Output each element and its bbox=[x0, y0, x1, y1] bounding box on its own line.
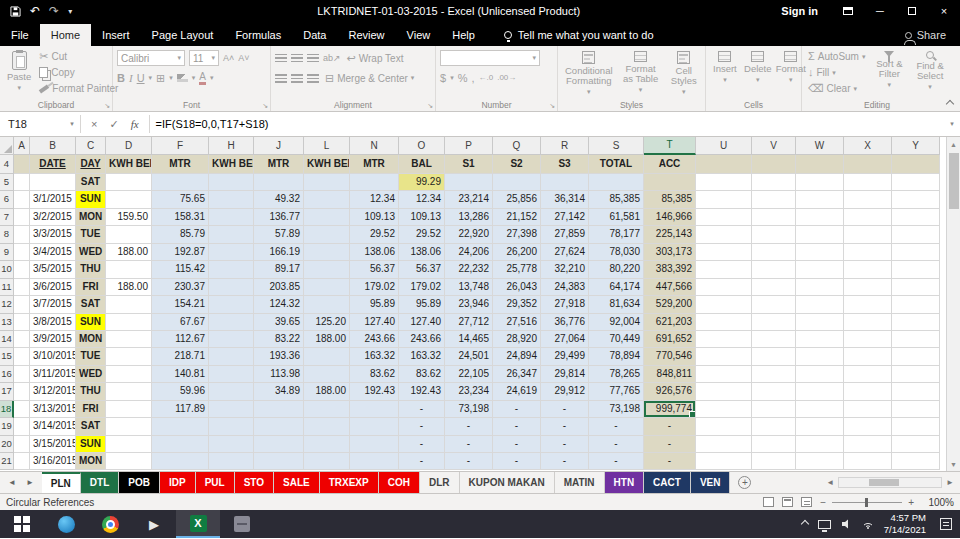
horizontal-scroll-thumb[interactable] bbox=[869, 479, 899, 486]
cell-Q14[interactable]: 28,920 bbox=[493, 331, 541, 348]
cell-S13[interactable]: 92,004 bbox=[589, 314, 644, 331]
cell-A19[interactable] bbox=[14, 418, 30, 435]
merge-center-button[interactable]: ⊟Merge & Center▾ bbox=[323, 71, 416, 86]
cell-D11[interactable]: 188.00 bbox=[106, 279, 152, 296]
cell-N5[interactable] bbox=[350, 174, 399, 191]
row-header-6[interactable]: 6 bbox=[0, 191, 14, 208]
format-painter-button[interactable]: Format Painter bbox=[37, 81, 120, 96]
display-tray-icon[interactable] bbox=[818, 520, 831, 529]
cell-U11[interactable] bbox=[696, 279, 752, 296]
sheet-tab-coh[interactable]: COH bbox=[379, 472, 420, 493]
cell-P15[interactable]: 24,501 bbox=[445, 348, 493, 365]
cell-B20[interactable]: 3/15/2015 bbox=[30, 436, 76, 453]
cell-D9[interactable]: 188.00 bbox=[106, 244, 152, 261]
cell-C12[interactable]: SAT bbox=[76, 296, 106, 313]
cell-F15[interactable]: 218.71 bbox=[152, 348, 209, 365]
cell-B10[interactable]: 3/5/2015 bbox=[30, 261, 76, 278]
cell-L13[interactable]: 125.20 bbox=[304, 314, 350, 331]
col-header-A[interactable]: A bbox=[14, 137, 30, 155]
cell-J17[interactable]: 34.89 bbox=[254, 383, 304, 400]
cell-R17[interactable]: 29,912 bbox=[541, 383, 589, 400]
cell-T4[interactable]: ACC bbox=[644, 155, 696, 174]
cell-T12[interactable]: 529,200 bbox=[644, 296, 696, 313]
close-button[interactable]: × bbox=[928, 0, 960, 22]
cell-P7[interactable]: 13,286 bbox=[445, 209, 493, 226]
cell-B14[interactable]: 3/9/2015 bbox=[30, 331, 76, 348]
cell-X12[interactable] bbox=[844, 296, 892, 313]
cell-R6[interactable]: 36,314 bbox=[541, 191, 589, 208]
cell-H9[interactable] bbox=[209, 244, 254, 261]
cell-S7[interactable]: 61,581 bbox=[589, 209, 644, 226]
cell-W10[interactable] bbox=[796, 261, 844, 278]
row-header-15[interactable]: 15 bbox=[0, 348, 14, 365]
cell-U6[interactable] bbox=[696, 191, 752, 208]
maximize-button[interactable] bbox=[896, 0, 928, 22]
cell-D4[interactable]: KWH BELI bbox=[106, 155, 152, 174]
cell-L18[interactable] bbox=[304, 401, 350, 418]
cell-B13[interactable]: 3/8/2015 bbox=[30, 314, 76, 331]
ribbon-tab-home[interactable]: Home bbox=[40, 24, 91, 46]
cell-Q11[interactable]: 26,043 bbox=[493, 279, 541, 296]
cell-P17[interactable]: 23,234 bbox=[445, 383, 493, 400]
col-header-Y[interactable]: Y bbox=[892, 137, 940, 155]
cell-B16[interactable]: 3/11/2015 bbox=[30, 366, 76, 383]
italic-button[interactable]: I bbox=[129, 73, 133, 84]
cell-A14[interactable] bbox=[14, 331, 30, 348]
ribbon-tab-data[interactable]: Data bbox=[292, 24, 337, 46]
zoom-in-icon[interactable]: + bbox=[908, 497, 914, 508]
underline-button[interactable]: U bbox=[137, 73, 145, 84]
cell-V12[interactable] bbox=[752, 296, 796, 313]
cell-R7[interactable]: 27,142 bbox=[541, 209, 589, 226]
row-header-7[interactable]: 7 bbox=[0, 209, 14, 226]
cell-N21[interactable] bbox=[350, 453, 399, 470]
ribbon-tab-formulas[interactable]: Formulas bbox=[224, 24, 292, 46]
cell-C20[interactable]: SUN bbox=[76, 436, 106, 453]
cell-W11[interactable] bbox=[796, 279, 844, 296]
cell-S21[interactable]: - bbox=[589, 453, 644, 470]
undo-icon[interactable]: ↶ bbox=[30, 5, 40, 17]
cell-P18[interactable]: 73,198 bbox=[445, 401, 493, 418]
cell-X6[interactable] bbox=[844, 191, 892, 208]
cell-P21[interactable]: - bbox=[445, 453, 493, 470]
fill-color-dropdown-icon[interactable]: ▾ bbox=[192, 74, 196, 82]
cell-O8[interactable]: 29.52 bbox=[399, 226, 445, 243]
cell-R21[interactable]: - bbox=[541, 453, 589, 470]
redo-icon[interactable]: ↷ bbox=[49, 5, 59, 17]
cell-S15[interactable]: 78,894 bbox=[589, 348, 644, 365]
cell-C15[interactable]: TUE bbox=[76, 348, 106, 365]
cell-W12[interactable] bbox=[796, 296, 844, 313]
name-box-dropdown-icon[interactable]: ▾ bbox=[64, 112, 80, 136]
find-select-button[interactable]: Find & Select ▾ bbox=[911, 49, 949, 98]
scroll-up-icon[interactable]: ▲ bbox=[947, 137, 960, 151]
cell-D10[interactable] bbox=[106, 261, 152, 278]
cell-D14[interactable] bbox=[106, 331, 152, 348]
sign-in-button[interactable]: Sign in bbox=[767, 5, 832, 17]
cell-B15[interactable]: 3/10/2015 bbox=[30, 348, 76, 365]
qat-customize-icon[interactable]: ▾ bbox=[68, 7, 72, 16]
cell-B18[interactable]: 3/13/2015 bbox=[30, 401, 76, 418]
cell-Y17[interactable] bbox=[892, 383, 940, 400]
cell-Y7[interactable] bbox=[892, 209, 940, 226]
cell-S11[interactable]: 64,174 bbox=[589, 279, 644, 296]
cell-B17[interactable]: 3/12/2015 bbox=[30, 383, 76, 400]
cell-Q20[interactable]: - bbox=[493, 436, 541, 453]
accounting-format-button[interactable]: $ bbox=[440, 73, 446, 84]
cell-X16[interactable] bbox=[844, 366, 892, 383]
cell-Y10[interactable] bbox=[892, 261, 940, 278]
tell-me-box[interactable]: Tell me what you want to do bbox=[496, 24, 662, 46]
cell-Q12[interactable]: 29,352 bbox=[493, 296, 541, 313]
cell-S14[interactable]: 70,449 bbox=[589, 331, 644, 348]
cell-L19[interactable] bbox=[304, 418, 350, 435]
cell-R16[interactable]: 29,814 bbox=[541, 366, 589, 383]
new-sheet-button[interactable]: + bbox=[730, 472, 759, 493]
copy-button[interactable]: Copy bbox=[37, 65, 120, 80]
cell-H18[interactable] bbox=[209, 401, 254, 418]
cell-T13[interactable]: 621,203 bbox=[644, 314, 696, 331]
cell-R11[interactable]: 24,383 bbox=[541, 279, 589, 296]
cell-F16[interactable]: 140.81 bbox=[152, 366, 209, 383]
cell-T17[interactable]: 926,576 bbox=[644, 383, 696, 400]
cell-X21[interactable] bbox=[844, 453, 892, 470]
cell-D18[interactable] bbox=[106, 401, 152, 418]
cell-N20[interactable] bbox=[350, 436, 399, 453]
share-button[interactable]: Share bbox=[891, 24, 960, 46]
